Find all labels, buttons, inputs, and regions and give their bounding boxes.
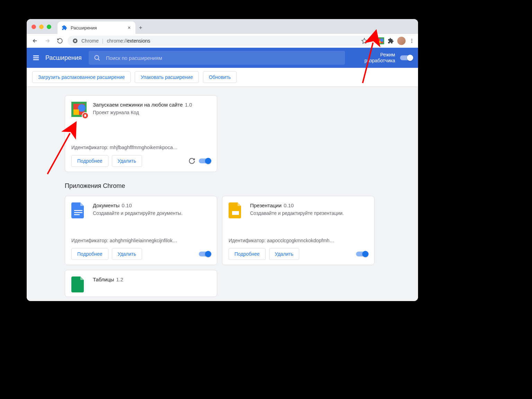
app-header: Расширения Режимразработчика [27, 48, 418, 68]
toolbar: Chrome | chrome://extensions [27, 34, 418, 48]
toolbar-right [375, 37, 415, 45]
zoom-window-button[interactable] [47, 25, 51, 29]
app-name: Таблицы [93, 276, 114, 282]
reload-button[interactable] [55, 36, 65, 46]
omnibox-chip: Chrome [81, 38, 99, 44]
app-version: 0.10 [284, 202, 294, 208]
close-tab-icon[interactable] [127, 26, 131, 30]
puzzle-icon [62, 25, 67, 30]
omnibox-url: chrome://extensions [107, 38, 150, 44]
app-name: Документы [93, 202, 119, 208]
nav-forward-button[interactable] [43, 36, 52, 46]
svg-point-6 [411, 39, 413, 40]
unpacked-badge-icon [82, 112, 89, 119]
tab-title: Расширения [71, 25, 97, 30]
app-icon-slides [229, 202, 244, 218]
extension-id: mhjfbaghflfmmghoikemkpoca… [110, 145, 178, 150]
svg-rect-14 [85, 115, 86, 117]
app-card-docs: Документы0.10 Создавайте и редактируйте … [65, 196, 217, 265]
extension-description: Проект журнала Код [93, 110, 211, 115]
extension-version: 1.0 [185, 102, 192, 108]
app-toggle[interactable] [199, 252, 211, 256]
chrome-icon [72, 38, 78, 44]
titlebar: Расширения [27, 19, 418, 34]
app-toggle[interactable] [356, 252, 368, 256]
svg-point-7 [411, 40, 413, 41]
app-card-slides: Презентации0.10 Создавайте и редактируйт… [222, 196, 374, 265]
details-button[interactable]: Подробнее [229, 248, 266, 260]
app-version: 1.2 [116, 276, 123, 282]
svg-rect-13 [73, 109, 79, 115]
app-name: Презентации [250, 202, 282, 208]
app-id: aohghmighlieiainnegkcijnfilok… [110, 238, 177, 243]
app-version: 0.10 [122, 202, 132, 208]
app-icon-docs [71, 202, 87, 218]
app-icon-sheets [71, 276, 87, 292]
svg-rect-19 [232, 210, 239, 211]
extension-toggle[interactable] [199, 158, 211, 163]
browser-window: Расширения Chrome | chrome://extensions [27, 19, 418, 301]
omnibox[interactable]: Chrome | chrome://extensions [68, 36, 372, 46]
app-card-sheets: Таблицы1.2 [65, 270, 217, 297]
profile-avatar[interactable] [397, 37, 406, 45]
extension-logo [71, 102, 87, 117]
tab-extensions[interactable]: Расширения [57, 21, 135, 34]
reload-extension-icon[interactable] [188, 157, 195, 164]
app-description: Создавайте и редактируйте презентации. [250, 210, 368, 216]
close-window-button[interactable] [32, 25, 36, 29]
action-bar: Загрузить распакованное расширение Упако… [27, 68, 418, 87]
remove-button[interactable]: Удалить [112, 155, 142, 167]
remove-button[interactable]: Удалить [112, 248, 142, 260]
remove-button[interactable]: Удалить [269, 248, 299, 260]
new-tab-button[interactable] [135, 21, 146, 34]
menu-icon[interactable] [32, 54, 40, 62]
search-input[interactable] [105, 55, 340, 61]
load-unpacked-button[interactable]: Загрузить распакованное расширение [32, 71, 131, 83]
extension-id-label: Идентификатор: [71, 145, 108, 150]
devmode-toggle[interactable] [400, 55, 413, 60]
svg-rect-17 [74, 214, 80, 215]
svg-point-9 [95, 55, 99, 60]
devmode-label-line2: разработчика [364, 58, 395, 64]
apps-section-title: Приложения Chrome [65, 182, 380, 190]
svg-rect-15 [74, 210, 82, 211]
app-id-label: Идентификатор: [71, 238, 108, 243]
app-id-label: Идентификатор: [229, 238, 266, 243]
nav-back-button[interactable] [30, 36, 40, 46]
page-content: Расширения Режимразработчика Загрузить р… [27, 48, 418, 301]
traffic-lights [32, 25, 57, 34]
extensions-puzzle-icon[interactable] [388, 38, 394, 44]
update-button[interactable]: Обновить [203, 71, 237, 83]
devmode-label-line1: Режим [364, 52, 395, 58]
app-description: Создавайте и редактируйте документы. [93, 210, 211, 216]
devmode-block: Режимразработчика [364, 52, 413, 64]
pack-extension-button[interactable]: Упаковать расширение [135, 71, 199, 83]
overflow-menu-icon[interactable] [409, 38, 415, 44]
svg-rect-5 [378, 41, 381, 43]
bookmark-icon[interactable] [361, 38, 367, 44]
svg-point-8 [411, 42, 413, 43]
search-box[interactable] [89, 51, 345, 65]
app-id: aapocclcgogkmnckokdopfmh… [267, 238, 335, 243]
minimize-window-button[interactable] [39, 25, 44, 29]
details-button[interactable]: Подробнее [71, 248, 108, 260]
extension-card: Запускаем снежинки на любом сайте1.0 Про… [65, 95, 217, 172]
search-icon [94, 54, 100, 61]
svg-point-12 [78, 104, 86, 112]
details-button[interactable]: Подробнее [71, 155, 108, 167]
extension-name: Запускаем снежинки на любом сайте [93, 102, 183, 108]
page-title: Расширения [45, 54, 82, 62]
extension-icon-snow[interactable] [377, 37, 384, 44]
svg-rect-16 [74, 212, 82, 213]
svg-point-1 [74, 40, 76, 42]
